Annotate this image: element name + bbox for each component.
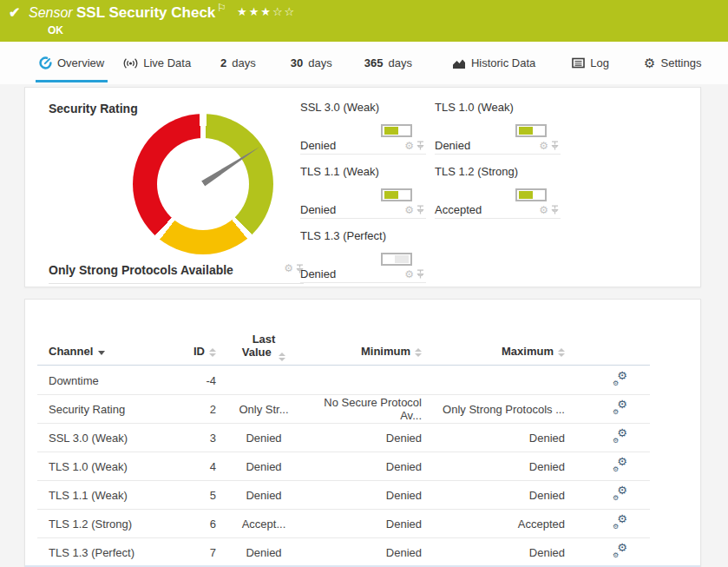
- protocol-gauge-title: TLS 1.1 (Weak): [300, 165, 426, 178]
- cell-channel[interactable]: Downtime: [49, 374, 187, 387]
- table-row: TLS 1.2 (Strong)6Accept...DeniedAccepted…: [37, 510, 650, 538]
- cell-last-value: Denied: [216, 460, 312, 473]
- gear-icon[interactable]: ⚙: [284, 263, 293, 274]
- gear-icon[interactable]: ⚙: [404, 269, 414, 280]
- protocol-mini-bar-fill: [384, 127, 398, 135]
- column-header-last-value[interactable]: Last Value: [216, 333, 312, 365]
- ok-check-icon: ✔: [9, 4, 20, 21]
- security-rating-gauge: [133, 114, 273, 254]
- protocol-gauge-icons: ⚙: [404, 205, 424, 215]
- cell-channel[interactable]: TLS 1.1 (Weak): [49, 489, 187, 502]
- protocol-gauge-ssl-3.0-weak-: SSL 3.0 (Weak)Denied⚙: [300, 101, 426, 155]
- channel-settings-gears-icon[interactable]: ⚙⚙: [613, 515, 627, 530]
- tab-historic-data[interactable]: Historic Data: [452, 42, 535, 84]
- protocol-gauge-value: Denied: [300, 267, 336, 280]
- table-row: Downtime-4⚙⚙: [37, 366, 650, 395]
- channel-settings-gears-icon[interactable]: ⚙⚙: [613, 486, 627, 501]
- protocol-gauge-value: Accepted: [435, 203, 482, 216]
- cell-maximum: Denied: [429, 460, 572, 473]
- protocol-gauge-title: TLS 1.2 (Strong): [435, 165, 561, 178]
- tab-label: Overview: [57, 56, 104, 69]
- gear-icon[interactable]: ⚙: [404, 141, 414, 151]
- table-row: TLS 1.1 (Weak)5DeniedDeniedDenied⚙⚙: [37, 481, 650, 510]
- protocol-gauge-tls-1.3-perfect-: TLS 1.3 (Perfect)Denied⚙: [300, 229, 426, 283]
- column-header-id-label: ID: [193, 345, 205, 358]
- protocol-gauge-title: TLS 1.0 (Weak): [435, 101, 561, 114]
- pin-icon[interactable]: [551, 141, 559, 150]
- gauge-value-label: Only Strong Protocols Available: [49, 263, 233, 277]
- tab-log[interactable]: Log: [572, 42, 609, 84]
- column-header-id[interactable]: ID: [187, 345, 216, 365]
- channel-settings-gears-icon[interactable]: ⚙⚙: [613, 429, 627, 444]
- cell-channel[interactable]: TLS 1.2 (Strong): [49, 518, 187, 531]
- gear-icon[interactable]: ⚙: [404, 205, 414, 215]
- tab-label: Live Data: [143, 56, 191, 69]
- gear-icon[interactable]: ⚙: [539, 205, 548, 215]
- sensor-title: SSL Security Check: [76, 4, 215, 22]
- pin-icon[interactable]: [551, 205, 559, 214]
- protocol-gauge-tls-1.1-weak-: TLS 1.1 (Weak)Denied⚙: [300, 165, 426, 219]
- tab-label: days: [308, 56, 331, 69]
- table-row: TLS 1.0 (Weak)4DeniedDeniedDenied⚙⚙: [37, 452, 650, 481]
- cell-last-value: Denied: [216, 489, 312, 502]
- cell-last-value: Denied: [216, 546, 312, 559]
- gear-icon: ⚙: [644, 56, 655, 69]
- tab-365-days[interactable]: 365days: [364, 42, 412, 84]
- channel-settings-gears-icon[interactable]: ⚙⚙: [613, 400, 627, 415]
- protocol-mini-bar-fill: [384, 191, 398, 199]
- protocol-gauges-grid: SSL 3.0 (Weak)Denied⚙TLS 1.0 (Weak)Denie…: [300, 101, 569, 283]
- column-header-maximum-label: Maximum: [502, 345, 554, 358]
- cell-minimum: No Secure Protocol Av...: [312, 396, 429, 422]
- tab-number: 2: [220, 56, 226, 69]
- cell-last-value: Only Str...: [216, 403, 312, 416]
- table-row: SSL 3.0 (Weak)3DeniedDeniedDenied⚙⚙: [37, 424, 650, 452]
- protocol-gauge-value: Denied: [300, 203, 336, 216]
- cell-channel[interactable]: TLS 1.3 (Perfect): [49, 546, 187, 559]
- gauge-icon: [39, 56, 52, 69]
- column-header-last-value-label: Last Value: [242, 333, 286, 362]
- protocol-gauge-value: Denied: [435, 139, 470, 152]
- pin-icon[interactable]: [416, 205, 424, 214]
- tab-settings[interactable]: ⚙Settings: [644, 42, 701, 84]
- protocol-gauge-title: SSL 3.0 (Weak): [300, 101, 426, 114]
- cell-last-value: Denied: [216, 432, 312, 445]
- sort-arrows-icon[interactable]: [209, 348, 216, 357]
- overview-gauges-card: Security Rating Only Strong Protocols Av…: [24, 87, 701, 287]
- channel-settings-gears-icon[interactable]: ⚙⚙: [613, 544, 627, 558]
- gauge-hole: [157, 138, 249, 230]
- channel-settings-gears-icon[interactable]: ⚙⚙: [613, 372, 627, 386]
- tab-live-data[interactable]: Live Data: [123, 42, 191, 84]
- cell-channel[interactable]: Security Rating: [49, 403, 187, 416]
- column-header-channel[interactable]: Channel: [49, 345, 187, 365]
- sort-arrows-icon[interactable]: [279, 353, 285, 361]
- priority-stars[interactable]: ★★★☆☆: [237, 5, 296, 18]
- cell-channel[interactable]: SSL 3.0 (Weak): [49, 432, 187, 445]
- pin-icon[interactable]: [416, 141, 424, 150]
- column-header-minimum[interactable]: Minimum: [312, 345, 429, 365]
- sort-arrows-icon[interactable]: [558, 348, 565, 357]
- gear-icon[interactable]: ⚙: [539, 141, 548, 151]
- gauge-footer: Only Strong Protocols Available ⚙: [49, 263, 304, 284]
- sort-arrows-icon[interactable]: [415, 348, 422, 357]
- protocol-mini-bar: [381, 253, 412, 266]
- tab-label: Settings: [661, 56, 702, 69]
- protocol-gauge-tls-1.0-weak-: TLS 1.0 (Weak)Denied⚙: [435, 101, 561, 155]
- table-body: Downtime-4⚙⚙Security Rating2Only Str...N…: [37, 366, 650, 567]
- tab-30-days[interactable]: 30days: [291, 42, 332, 84]
- cell-id: 7: [187, 546, 216, 559]
- cell-id: 2: [187, 403, 216, 416]
- tab-overview[interactable]: Overview: [39, 42, 104, 84]
- cell-minimum: Denied: [312, 518, 429, 531]
- pin-icon[interactable]: [416, 269, 424, 279]
- security-rating-title: Security Rating: [49, 102, 138, 115]
- channel-settings-gears-icon[interactable]: ⚙⚙: [613, 458, 627, 472]
- cell-channel[interactable]: TLS 1.0 (Weak): [49, 460, 187, 473]
- cell-id: 4: [187, 460, 216, 473]
- cell-maximum: Accepted: [429, 518, 572, 531]
- column-header-maximum[interactable]: Maximum: [429, 345, 572, 365]
- protocol-mini-bar-fill: [519, 127, 533, 135]
- cell-maximum: Only Strong Protocols ...: [429, 403, 572, 416]
- table-header-row: Channel ID Last Value Minimum M: [37, 331, 650, 366]
- flag-icon[interactable]: ⚐: [217, 2, 226, 14]
- tab-2-days[interactable]: 2days: [220, 42, 256, 84]
